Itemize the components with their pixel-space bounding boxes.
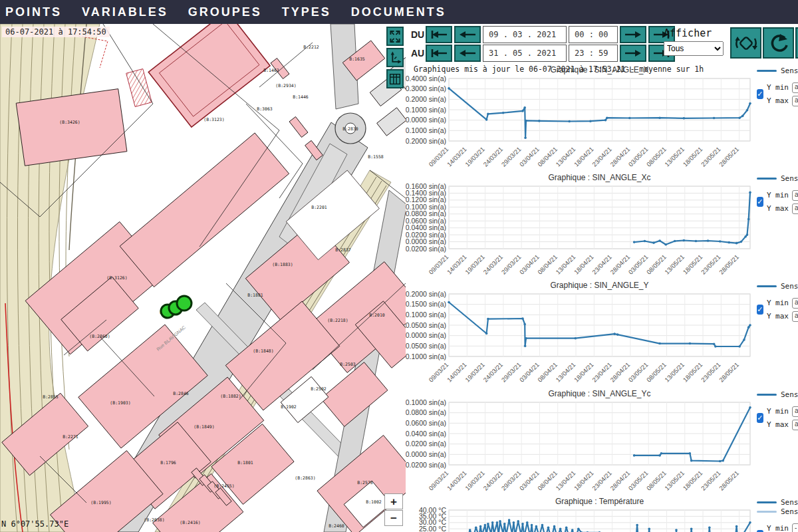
y-tick-label: -0.1000 sin(a) [406,126,446,134]
legend-swatch [757,70,777,72]
y-tick-label: -0.1000 sin(a) [406,352,446,360]
parcel-label: (B:2860) [89,334,110,339]
legend-swatch [757,511,777,513]
legend-series-label: Sensor [781,66,798,75]
nav-item-groupes[interactable]: GROUPES [188,5,262,19]
parcel-label: B:2855 [43,394,59,400]
chart-block: Graphique : SIN_ANGLE_Yc0.1000 sin(a)0.0… [406,388,798,495]
chart-svg: Graphique : SIN_ANGLE_Yc0.1000 sin(a)0.0… [406,388,757,495]
nav-item-variables[interactable]: VARIABLES [82,5,168,19]
chart-svg: Graphique : SIN_ANGLE_Xc0.1600 sin(a)0.1… [406,172,757,279]
parcel-label: B:1801 [237,460,253,466]
y-max-input[interactable]: a [792,420,798,430]
parcel-label: (B:2863) [295,475,315,481]
y-tick-label: 0.2000 sin(a) [406,95,446,103]
map-canvas: Rue BLAVIGNAC (B:3426)(B:3123)B:1463(B:2… [0,24,406,532]
chart-block: Graphique : SIN_ANGLE_Xc0.1600 sin(a)0.1… [406,172,798,279]
right-panel: DU AU 09 . 03 . 2021 00 : 00 31 . 05 . 2… [406,24,798,532]
map-marker[interactable] [177,296,192,311]
series-visible-checkbox[interactable]: ✓ [757,305,763,315]
parcel-label: (B:2934) [275,83,296,88]
map-coordinates: N 6°07'55.73"E [1,519,68,529]
axes-icon [388,51,402,65]
parcel-label: B:1446 [293,94,309,100]
parcel-label: B:2201 [311,205,327,210]
nav-item-documents[interactable]: DOCUMENTS [351,5,446,19]
chart-svg: Graphique : Température40.00 °C35.00 °C3… [406,495,757,532]
fullscreen-button[interactable] [386,27,404,46]
legend-series-label: Sensor [781,507,798,516]
parcel-label: B:2837 [335,247,351,253]
chart-block: Graphique : SIN_ANGLE_X0.4000 sin(a)0.30… [406,64,798,172]
zoom-out-button[interactable]: − [384,510,403,526]
y-tick-label: 0.3000 sin(a) [406,84,446,92]
y-max-label: Y max [767,312,789,321]
chart-legend: Sensor✓Y minaY maxa [757,66,798,106]
y-tick-label: 0.0000 sin(a) [406,116,446,124]
parcel-label: B:2460 [329,523,344,529]
y-min-input[interactable]: a [792,298,798,309]
y-tick-label: 0.0000 sin(a) [406,450,446,458]
x-tick-label: 28/05/21 [718,361,740,384]
parcel-label: B:2846 [173,391,189,396]
y-max-label: Y max [767,420,789,429]
map-timestamp: 06-07-2021 à 17:54:50 [2,27,110,37]
parcel-label: (B:2038) [144,517,164,523]
chart-title: Graphique : SIN_ANGLE_Xc [548,173,650,182]
chart-line [467,520,750,532]
parcel-label: (B:1995) [90,500,111,505]
y-tick-label: 0.1000 sin(a) [406,398,446,406]
series-visible-checkbox[interactable]: ✓ [757,197,763,207]
parcel-label: B:1002 [366,499,382,505]
series-visible-checkbox[interactable]: ✓ [757,89,763,99]
parcel-label: B:1635 [349,57,365,62]
y-tick-label: 0.1500 sin(a) [406,300,446,308]
y-min-input[interactable]: a [792,190,798,201]
chart-block: Graphique : Température40.00 °C35.00 °C3… [406,495,798,532]
parcel-label: B:2271 [63,434,78,440]
y-tick-label: 0.0200 sin(a) [406,440,446,448]
x-tick-label: 28/05/21 [718,253,740,276]
map-zoom-controls: + − [384,493,403,526]
chart-title: Graphique : Température [555,497,644,506]
legend-swatch [757,394,777,396]
y-tick-label: 25.00 °C [419,525,446,532]
y-tick-label: -0.0500 sin(a) [406,342,446,350]
legend-swatch [757,285,777,287]
y-max-input[interactable]: a [792,311,798,322]
parcel-label: B:2830 [342,126,358,132]
parcel-label: B:2212 [303,45,319,50]
legend-series-label: Sensor [781,174,798,183]
parcel-label: (B:3123) [203,117,224,122]
navbar: POINTS VARIABLES GROUPES TYPES DOCUMENTS [0,0,798,24]
y-max-input[interactable]: a [792,203,798,214]
zoom-in-button[interactable]: + [384,493,403,509]
y-max-label: Y max [767,96,789,105]
axes-button[interactable] [386,48,404,67]
map-viewport[interactable]: Rue BLAVIGNAC (B:3426)(B:3123)B:1463(B:2… [0,24,406,532]
legend-swatch [757,501,777,503]
y-tick-label: 0.0500 sin(a) [406,321,446,329]
chart-block: Graphique : SIN_ANGLE_Y0.2000 sin(a)0.15… [406,279,798,387]
y-tick-label: 0.2000 sin(a) [406,290,446,298]
series-visible-checkbox[interactable]: ✓ [757,413,763,423]
chart-svg: Graphique : SIN_ANGLE_X0.4000 sin(a)0.30… [406,64,757,172]
y-min-input[interactable]: - [792,523,798,532]
parcel-label: (B:1903) [110,400,130,406]
y-tick-label: -0.2000 sin(a) [406,137,446,145]
y-min-input[interactable]: a [792,82,798,93]
table-button[interactable] [386,69,404,88]
parcel-label: (B:2218) [327,318,348,323]
y-tick-label: -0.0200 sin(a) [406,461,446,469]
parcel-label: B:2578 [357,480,373,485]
nav-item-types[interactable]: TYPES [282,5,331,19]
y-min-label: Y min [767,299,789,307]
y-tick-label: 0.0800 sin(a) [406,408,446,416]
chart-legend: Sensor✓Y minaY maxa [757,282,798,321]
y-max-input[interactable]: a [792,96,798,106]
map-toolbar [386,27,404,88]
chart-title: Graphique : SIN_ANGLE_Yc [548,389,650,398]
y-min-input[interactable]: a [792,406,798,417]
y-tick-label: -0.0200 sin(a) [406,245,446,253]
nav-item-points[interactable]: POINTS [5,5,62,19]
